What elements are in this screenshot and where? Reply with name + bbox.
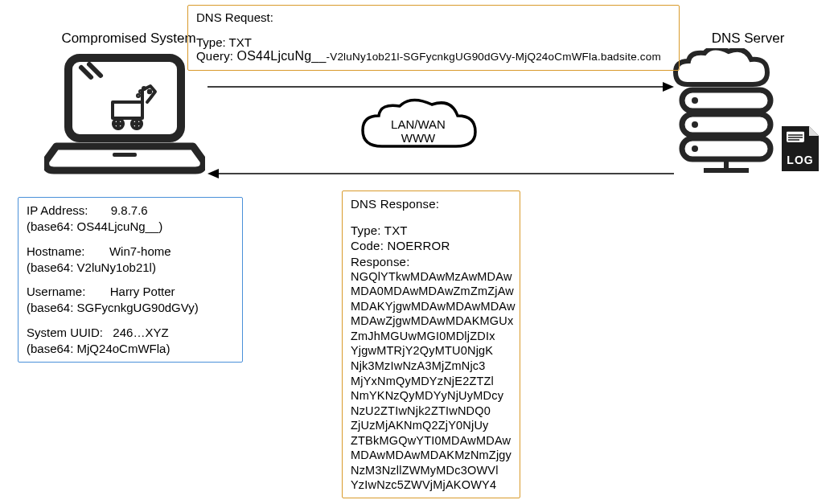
dns-response-line: YzIwNzc5ZWVjMjAKOWY4 bbox=[351, 477, 511, 493]
user-b64: (base64: SGFycnkgUG90dGVy) bbox=[27, 300, 234, 316]
ip-b64: (base64: OS44LjcuNg__) bbox=[27, 219, 234, 235]
svg-marker-33 bbox=[663, 82, 674, 92]
uuid-label: System UUID: bbox=[27, 326, 103, 339]
dns-response-code-line: Code: NOERROR bbox=[351, 238, 511, 253]
host-value: Win7-home bbox=[109, 244, 171, 258]
dns-response-line: NzU2ZTIwNjk2ZTIwNDQ0 bbox=[351, 404, 511, 419]
host-b64: (base64: V2luNy1ob21l) bbox=[27, 260, 234, 276]
cloud-icon: LAN/WAN WWW bbox=[358, 98, 479, 163]
dns-request-box: DNS Request: Type: TXT Query: OS44LjcuNg… bbox=[187, 5, 680, 71]
user-label: Username: bbox=[27, 285, 85, 298]
svg-point-18 bbox=[692, 121, 698, 128]
host-label: Hostname: bbox=[27, 244, 85, 258]
user-value: Harry Potter bbox=[110, 285, 175, 298]
dns-response-code-label: Code: bbox=[351, 239, 384, 252]
response-arrow-icon bbox=[207, 166, 674, 184]
cloud-line2: WWW bbox=[401, 131, 435, 145]
log-label: LOG bbox=[779, 154, 822, 166]
uuid-b64: (base64: MjQ24oCmWFla) bbox=[27, 341, 234, 357]
laptop-trojan-icon bbox=[44, 50, 205, 181]
svg-point-19 bbox=[692, 145, 698, 152]
ip-value: 9.8.7.6 bbox=[111, 203, 148, 217]
dns-response-line: MjYxNmQyMDYzNjE2ZTZl bbox=[351, 374, 511, 389]
dns-request-header: DNS Request: bbox=[196, 10, 671, 24]
dns-response-line: Njk3MzIwNzA3MjZmNjc3 bbox=[351, 359, 511, 374]
dns-request-type-line: Type: TXT bbox=[196, 35, 671, 49]
svg-point-13 bbox=[138, 95, 139, 96]
dns-server-title: DNS Server bbox=[684, 31, 812, 47]
system-info-box: IP Address: 9.8.7.6 (base64: OS44LjcuNg_… bbox=[18, 197, 243, 363]
dns-response-line: MDAwMDAwMDAKMzNmZjgy bbox=[351, 448, 511, 463]
dns-request-query-prefix: OS44LjcuNg__ bbox=[237, 49, 327, 63]
host-row: Hostname: Win7-home bbox=[27, 244, 234, 260]
dns-response-line: MDAwZjgwMDAwMDAKMGUx bbox=[351, 313, 511, 329]
dns-response-type-line: Type: TXT bbox=[351, 223, 511, 238]
dns-response-line: ZjUzMjAKNmQ2ZjY0NjUy bbox=[351, 418, 511, 433]
dns-response-line: NGQlYTkwMDAwMzAwMDAw bbox=[351, 269, 511, 285]
compromised-system-title: Compromised System bbox=[48, 31, 209, 47]
dns-response-line: MDAKYjgwMDAwMDAwMDAw bbox=[351, 299, 511, 314]
svg-rect-1 bbox=[113, 153, 137, 157]
cloud-line1: LAN/WAN bbox=[391, 117, 446, 131]
uuid-row: System UUID: 246…XYZ bbox=[27, 325, 234, 341]
dns-response-code-value: NOERROR bbox=[387, 239, 450, 252]
log-file-icon: LOG bbox=[779, 125, 822, 175]
svg-rect-22 bbox=[787, 131, 804, 142]
dns-response-line: ZTBkMGQwYTI0MDAwMDAw bbox=[351, 433, 511, 449]
dns-response-line: YjgwMTRjY2QyMTU0NjgK bbox=[351, 343, 511, 359]
svg-point-12 bbox=[140, 91, 142, 92]
dns-response-type-value: TXT bbox=[384, 223, 408, 237]
request-arrow-icon bbox=[207, 79, 674, 97]
dns-response-type-label: Type: bbox=[351, 223, 381, 237]
svg-marker-35 bbox=[207, 169, 219, 178]
uuid-value: 246…XYZ bbox=[113, 326, 168, 339]
dns-response-line: NmYKNzQyMDYyNjUyMDcy bbox=[351, 388, 511, 404]
dns-request-query-label: Query: bbox=[196, 49, 233, 63]
svg-point-17 bbox=[692, 97, 698, 104]
svg-point-11 bbox=[143, 88, 145, 89]
dns-request-type-value: TXT bbox=[229, 35, 252, 49]
dns-request-type-label: Type: bbox=[196, 35, 226, 49]
dns-response-line: ZmJhMGUwMGI0MDljZDIx bbox=[351, 329, 511, 344]
user-row: Username: Harry Potter bbox=[27, 284, 234, 300]
dns-response-line: NzM3NzllZWMyMDc3OWVl bbox=[351, 463, 511, 478]
ip-row: IP Address: 9.8.7.6 bbox=[27, 203, 234, 219]
dns-response-box: DNS Response: Type: TXT Code: NOERROR Re… bbox=[342, 191, 520, 498]
dns-request-query-rest: -V2luNy1ob21l-SGFycnkgUG90dGVy-MjQ24oCmW… bbox=[327, 51, 661, 63]
dns-response-label: Response: bbox=[351, 254, 511, 269]
dns-response-payload: NGQlYTkwMDAwMzAwMDAwMDA0MDAwMDAwZmZmZjAw… bbox=[351, 269, 511, 493]
cloud-label: LAN/WAN WWW bbox=[358, 117, 479, 145]
svg-point-4 bbox=[149, 91, 150, 92]
dns-response-header: DNS Response: bbox=[351, 196, 511, 211]
dns-request-query-line: Query: OS44LjcuNg__-V2luNy1ob21l-SGFycnk… bbox=[196, 49, 671, 64]
svg-line-2 bbox=[81, 68, 91, 77]
dns-response-line: MDA0MDAwMDAwZmZmZjAw bbox=[351, 284, 511, 299]
ip-label: IP Address: bbox=[27, 203, 88, 217]
